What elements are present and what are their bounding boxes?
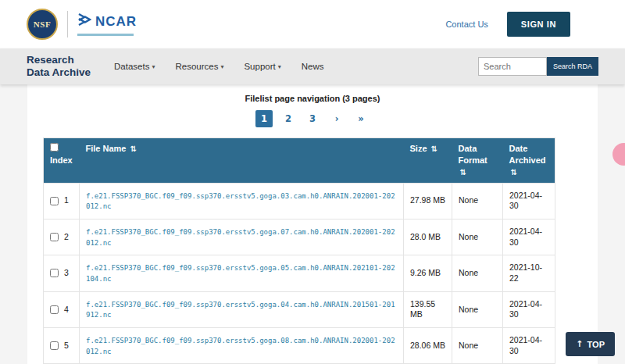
ncar-wordmark: NCAR (95, 14, 137, 30)
header-index-label: Index (50, 155, 73, 165)
chevron-down-icon: ▾ (278, 63, 281, 70)
table-row: 2 f.e21.FSSP370_BGC.f09_f09.ssp370.ersst… (44, 219, 555, 255)
site-title-line1: Research (27, 54, 91, 66)
table-row: 5 f.e21.FSSP370_BGC.f09_f09.ssp370.ersst… (44, 328, 555, 364)
ncar-chevrons-icon (77, 12, 91, 31)
file-format: None (452, 183, 503, 219)
file-date: 2021-04-30 (503, 219, 555, 255)
contact-us-link[interactable]: Contact Us (445, 20, 488, 29)
file-date: 2021-04-30 (503, 291, 555, 327)
row-checkbox[interactable] (50, 305, 59, 314)
row-index: 3 (64, 268, 69, 279)
side-widget-button[interactable] (612, 143, 625, 166)
page-button-3[interactable]: 3 (304, 110, 321, 127)
logo-divider (67, 11, 68, 37)
select-all-checkbox[interactable] (50, 143, 59, 152)
header-data-format[interactable]: Data Format ⇅ (452, 138, 503, 184)
table-row: 4 f.e21.FSSP370_BGC.f09_f09.ssp370.ersst… (44, 291, 555, 327)
file-size: 27.98 MB (404, 183, 452, 219)
sort-icon[interactable]: ⇅ (511, 168, 517, 177)
header-file-name[interactable]: File Name ⇅ (80, 138, 404, 184)
nav-item-support[interactable]: Support▾ (244, 62, 280, 71)
site-title[interactable]: Research Data Archive (27, 54, 91, 79)
row-index: 2 (64, 232, 69, 243)
table-row: 3 f.e21.FSSP370_BGC.f09_f09.ssp370.ersst… (44, 255, 555, 291)
nav-item-label: Support (244, 62, 275, 71)
row-checkbox[interactable] (50, 269, 59, 277)
file-size: 139.55 MB (404, 291, 452, 327)
file-link[interactable]: f.e21.FSSP370_BGC.f09_f09.ssp370.ersstv5… (86, 337, 395, 355)
file-format: None (452, 328, 503, 364)
sort-icon[interactable]: ⇅ (431, 145, 438, 153)
sign-in-button[interactable]: SIGN IN (507, 12, 570, 37)
nav-item-news[interactable]: News (302, 62, 324, 71)
row-checkbox[interactable] (50, 341, 59, 350)
row-checkbox[interactable] (50, 233, 59, 241)
top-header: NSF NCAR Contact Us SIGN IN (0, 0, 625, 48)
search-input[interactable] (478, 57, 547, 76)
main-navbar: Research Data Archive Datasets▾ Resource… (0, 48, 625, 84)
nav-item-label: Resources (175, 62, 218, 71)
nav-item-resources[interactable]: Resources▾ (175, 62, 223, 71)
header-date-archived[interactable]: Date Archived ⇅ (503, 138, 555, 184)
file-date: 2021-04-30 (503, 328, 555, 364)
file-link[interactable]: f.e21.FSSP370_BGC.f09_f09.ssp370.ersstv5… (86, 192, 395, 211)
file-link[interactable]: f.e21.FSSP370_BGC.f09_f09.ssp370.ersstv5… (86, 228, 395, 247)
row-index: 5 (64, 341, 69, 352)
search-rda-button[interactable]: Search RDA (547, 57, 598, 76)
last-page-button[interactable]: » (352, 110, 370, 127)
chevron-down-icon: ▾ (152, 63, 155, 70)
chevron-down-icon: ▾ (220, 63, 223, 70)
nsf-logo[interactable]: NSF (27, 9, 58, 40)
header-size[interactable]: Size ⇅ (404, 138, 452, 184)
top-actions: Contact Us SIGN IN (445, 12, 570, 37)
sort-icon[interactable]: ⇅ (460, 168, 466, 177)
row-checkbox[interactable] (50, 197, 59, 205)
table-header-row: Index File Name ⇅ Size ⇅ Data Format ⇅ D… (44, 138, 555, 184)
next-page-button[interactable]: › (328, 110, 345, 127)
file-size: 28.06 MB (404, 328, 452, 364)
file-format: None (452, 291, 503, 327)
header-size-label: Size (410, 144, 427, 153)
file-date: 2021-04-30 (503, 183, 555, 219)
site-title-line2: Data Archive (27, 66, 91, 79)
page-button-2[interactable]: 2 (280, 110, 297, 127)
sort-icon[interactable]: ⇅ (130, 145, 137, 153)
nav-item-label: Datasets (114, 62, 149, 71)
filelist-body: 1 f.e21.FSSP370_BGC.f09_f09.ssp370.ersst… (44, 183, 555, 364)
filelist-table: Index File Name ⇅ Size ⇅ Data Format ⇅ D… (43, 137, 555, 364)
table-row: 1 f.e21.FSSP370_BGC.f09_f09.ssp370.ersst… (44, 183, 555, 219)
search-area: Search RDA (478, 57, 598, 76)
file-size: 9.26 MB (404, 255, 452, 291)
content-card: Filelist page navigation (3 pages) 1 2 3… (27, 84, 598, 364)
up-arrow-icon: ↑ (576, 339, 583, 349)
header-index: Index (44, 138, 80, 184)
header-date-archived-label: Date Archived (509, 144, 546, 165)
file-format: None (452, 255, 503, 291)
row-index: 1 (64, 195, 69, 206)
file-date: 2021-10-22 (503, 255, 555, 291)
pagination: 1 2 3 › » (43, 110, 582, 127)
ncar-tagline (77, 34, 134, 36)
file-link[interactable]: f.e21.FSSP370_BGC.f09_f09.ssp370.ersstv5… (86, 301, 395, 319)
header-data-format-label: Data Format (459, 144, 488, 165)
page-button-1[interactable]: 1 (255, 110, 273, 127)
logo-group: NSF NCAR (27, 9, 137, 40)
file-size: 28.0 MB (404, 219, 452, 255)
back-to-top-button[interactable]: ↑ TOP (566, 332, 615, 356)
file-format: None (452, 219, 503, 255)
back-to-top-label: TOP (588, 340, 605, 349)
file-link[interactable]: f.e21.FSSP370_BGC.f09_f09.ssp370.ersstv5… (86, 264, 395, 283)
nav-item-datasets[interactable]: Datasets▾ (114, 62, 155, 71)
row-index: 4 (64, 305, 69, 316)
nav-links: Datasets▾ Resources▾ Support▾ News (114, 62, 323, 71)
nav-item-label: News (302, 62, 324, 71)
filelist-pagination-title: Filelist page navigation (3 pages) (43, 94, 582, 103)
header-file-name-label: File Name (86, 144, 127, 153)
ncar-logo[interactable]: NCAR (77, 12, 137, 36)
